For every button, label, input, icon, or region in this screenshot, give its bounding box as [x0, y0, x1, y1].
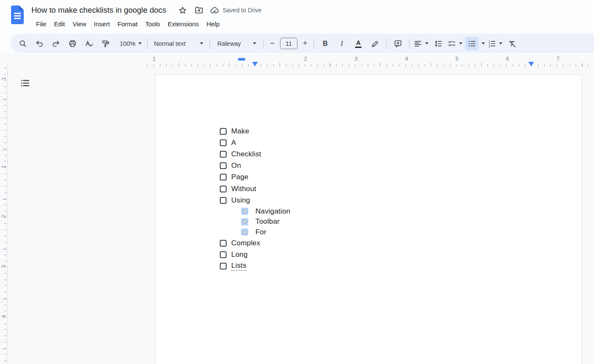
italic-button[interactable]: I — [333, 36, 350, 51]
checkbox-icon[interactable] — [220, 240, 227, 247]
paragraph-style-value: Normal text — [154, 40, 197, 47]
ruler-number: 2 — [304, 56, 307, 62]
sub-list-item[interactable]: For — [155, 227, 582, 238]
selected-bullet-highlight[interactable] — [241, 228, 248, 236]
line-spacing-button[interactable] — [430, 36, 446, 51]
document-outline-button[interactable] — [18, 76, 32, 90]
menu-item[interactable]: Format — [114, 19, 142, 29]
font-size-input[interactable]: 11 — [280, 38, 297, 49]
sub-list-item[interactable]: Toolbar — [155, 217, 582, 227]
bold-button[interactable]: B — [317, 36, 333, 51]
menu-item[interactable]: Tools — [141, 19, 164, 29]
sub-bullet-group: Navigation Toolbar For — [155, 206, 582, 237]
increase-font-size-button[interactable]: + — [300, 36, 311, 51]
redo-button[interactable] — [48, 36, 64, 51]
checklist-item-label: Checklist — [231, 150, 261, 158]
line-spacing-icon — [434, 39, 443, 48]
highlight-color-button[interactable] — [367, 36, 383, 51]
checkbox-icon[interactable] — [220, 186, 227, 192]
chevron-down-icon — [482, 42, 485, 44]
left-indent-marker[interactable] — [252, 62, 258, 66]
checklist-item[interactable]: Make — [155, 125, 582, 137]
checklist-group-top: Make A Checklist On — [155, 125, 582, 206]
ruler-number: 7 — [556, 56, 559, 62]
checklist-item[interactable]: Using — [155, 195, 582, 206]
checklist-item-label: Lists — [231, 261, 247, 271]
checklist-item[interactable]: Long — [155, 249, 582, 260]
highlighter-icon — [371, 39, 379, 48]
menu-item[interactable]: File — [32, 19, 50, 29]
checkbox-icon[interactable] — [220, 197, 227, 204]
decrease-font-size-button[interactable]: − — [267, 36, 278, 51]
sub-item-label: Toolbar — [255, 217, 280, 226]
checklist-item[interactable]: Complex — [155, 237, 582, 249]
checkbox-icon[interactable] — [220, 128, 227, 135]
checkbox-icon[interactable] — [220, 162, 227, 169]
document-page[interactable]: Make A Checklist On — [155, 75, 582, 364]
font-select[interactable]: Raleway — [213, 36, 261, 51]
checklist-item-label: Complex — [231, 239, 260, 247]
font-value: Raleway — [217, 40, 250, 47]
align-select[interactable] — [412, 36, 430, 51]
horizontal-ruler[interactable]: 1234567 — [0, 54, 594, 68]
menu-item[interactable]: Extensions — [164, 19, 202, 29]
menu-item[interactable]: Edit — [50, 19, 69, 29]
saved-status[interactable]: Saved to Drive — [210, 6, 262, 15]
circle-bullet-icon — [243, 231, 247, 234]
right-indent-marker[interactable] — [528, 62, 534, 66]
checkbox-icon[interactable] — [220, 251, 227, 258]
checkbox-icon[interactable] — [220, 263, 227, 270]
document-content: Make A Checklist On — [155, 75, 582, 272]
move-folder-button[interactable] — [193, 5, 205, 16]
ruler-number: 3 — [354, 56, 357, 62]
ruler-number: 2 — [0, 214, 7, 220]
star-button[interactable] — [177, 5, 188, 16]
paint-format-button[interactable] — [97, 36, 114, 51]
sub-list-item[interactable]: Navigation — [155, 206, 582, 217]
checklist-item[interactable]: Page — [155, 172, 582, 183]
selected-bullet-highlight[interactable] — [241, 218, 248, 225]
checklist-item-label: A — [231, 139, 236, 147]
checkbox-icon[interactable] — [220, 139, 227, 146]
numbered-list-button[interactable]: 123 — [486, 36, 504, 51]
search-menus-button[interactable] — [14, 36, 31, 51]
document-title[interactable]: How to make checklists in google docs — [31, 6, 166, 15]
bulleted-list-active-state — [465, 37, 479, 50]
first-line-indent-marker[interactable] — [238, 58, 245, 61]
menu-item[interactable]: Help — [203, 19, 224, 29]
checklist-button[interactable] — [446, 36, 464, 51]
paint-format-icon — [101, 39, 110, 48]
print-icon — [68, 39, 77, 48]
text-color-button[interactable]: A — [350, 36, 367, 51]
print-button[interactable] — [64, 36, 81, 51]
insert-comment-button[interactable] — [389, 36, 406, 51]
vertical-ruler[interactable]: 11234 — [0, 54, 8, 364]
ruler-number: 1 — [152, 56, 155, 62]
clear-formatting-button[interactable] — [504, 36, 520, 51]
outline-icon — [20, 78, 30, 88]
spell-check-icon — [85, 39, 93, 48]
undo-button[interactable] — [31, 36, 48, 51]
menu-item[interactable]: Insert — [90, 19, 114, 29]
checklist-item-label: Using — [231, 196, 250, 205]
paragraph-style-select[interactable]: Normal text — [151, 36, 207, 51]
spell-check-button[interactable] — [81, 36, 97, 51]
selected-bullet-highlight[interactable] — [241, 208, 248, 215]
google-docs-logo-icon[interactable] — [11, 6, 24, 24]
zoom-select[interactable]: 100% — [117, 36, 144, 51]
chevron-down-icon — [499, 42, 502, 44]
checkbox-icon[interactable] — [220, 151, 227, 158]
checklist-item[interactable]: Without — [155, 183, 582, 195]
checklist-item[interactable]: On — [155, 160, 582, 172]
chevron-down-icon — [425, 42, 429, 44]
align-left-icon — [414, 39, 422, 48]
checklist-item[interactable]: A — [155, 137, 582, 148]
checklist-item[interactable]: Lists — [155, 260, 582, 272]
bulleted-list-button[interactable] — [464, 36, 486, 51]
checklist-item-label: On — [231, 161, 241, 170]
sub-item-label: For — [255, 228, 266, 236]
menu-item[interactable]: View — [69, 19, 90, 29]
checkbox-icon[interactable] — [220, 174, 227, 181]
toolbar: 100% Normal text Raleway − 11 + B I A — [11, 34, 594, 53]
checklist-item[interactable]: Checklist — [155, 148, 582, 160]
